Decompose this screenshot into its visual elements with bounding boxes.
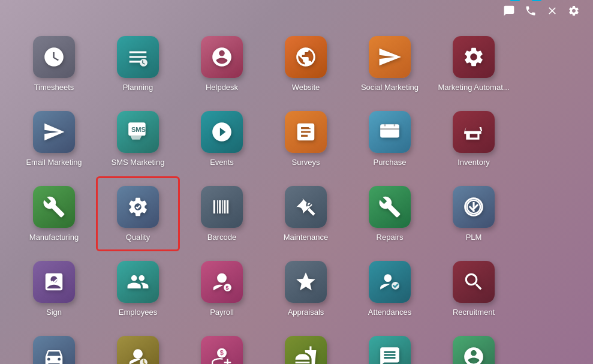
app-icon-employees [117, 261, 159, 303]
app-icon-attendances [369, 261, 411, 303]
app-item-helpdesk[interactable]: Helpdesk [180, 26, 264, 101]
app-label-repairs: Repairs [377, 233, 404, 242]
topbar [0, 0, 593, 22]
app-icon-inventory [453, 111, 495, 153]
app-item-marketing-auto[interactable]: Marketing Automat... [432, 26, 516, 101]
close-icon[interactable] [544, 2, 561, 19]
app-icon-purchase [369, 111, 411, 153]
app-item-appraisals[interactable]: Appraisals [264, 251, 348, 326]
app-item-employees[interactable]: Employees [96, 251, 180, 326]
app-icon-sms-marketing: SMS [117, 111, 159, 153]
app-icon-members [453, 336, 495, 364]
app-icon-time-off [117, 336, 159, 364]
app-label-timesheets: Timesheets [34, 83, 74, 92]
app-item-manufacturing[interactable]: Manufacturing [12, 176, 96, 251]
app-icon-expenses: $ [201, 336, 243, 364]
app-item-maintenance[interactable]: Maintenance [264, 176, 348, 251]
app-icon-surveys [285, 111, 327, 153]
app-item-sms-marketing[interactable]: SMSSMS Marketing [96, 101, 180, 176]
app-item-planning[interactable]: Planning [96, 26, 180, 101]
app-icon-marketing-auto [453, 36, 495, 78]
app-icon-events [201, 111, 243, 153]
app-icon-barcode [201, 186, 243, 228]
app-label-employees: Employees [119, 308, 157, 317]
phone-icon[interactable] [522, 2, 539, 19]
svg-point-0 [140, 59, 148, 67]
svg-rect-3 [380, 124, 399, 137]
chat-icon[interactable] [501, 2, 517, 19]
app-label-purchase: Purchase [374, 158, 407, 167]
app-item-time-off[interactable]: Time Off [96, 326, 180, 364]
app-item-timesheets[interactable]: Timesheets [12, 26, 96, 101]
app-item-recruitment[interactable]: Recruitment [432, 251, 516, 326]
app-label-events: Events [210, 158, 234, 167]
app-icon-manufacturing [33, 186, 75, 228]
app-item-expenses[interactable]: $Expenses [180, 326, 264, 364]
app-label-sms-marketing: SMS Marketing [112, 158, 165, 167]
svg-text:$: $ [225, 284, 229, 291]
app-label-planning: Planning [123, 83, 153, 92]
app-icon-recruitment [453, 261, 495, 303]
app-icon-quality [117, 186, 159, 228]
app-label-appraisals: Appraisals [288, 308, 324, 317]
app-label-maintenance: Maintenance [284, 233, 328, 242]
app-item-lunch[interactable]: Lunch [264, 326, 348, 364]
app-item-social-marketing[interactable]: Social Marketing [348, 26, 432, 101]
app-icon-website [285, 36, 327, 78]
app-icon-live-chat [369, 336, 411, 364]
app-icon-timesheets [33, 36, 75, 78]
app-icon-email-marketing [33, 111, 75, 153]
app-label-manufacturing: Manufacturing [29, 233, 79, 242]
app-icon-plm [453, 186, 495, 228]
app-item-surveys[interactable]: Surveys [264, 101, 348, 176]
app-label-marketing-auto: Marketing Automat... [438, 83, 509, 92]
app-item-purchase[interactable]: Purchase [348, 101, 432, 176]
app-icon-repairs [369, 186, 411, 228]
app-icon-sign [33, 261, 75, 303]
app-label-website: Website [292, 83, 320, 92]
app-item-members[interactable]: Members [432, 326, 516, 364]
app-item-plm[interactable]: PLM [432, 176, 516, 251]
app-label-surveys: Surveys [292, 158, 320, 167]
app-label-recruitment: Recruitment [453, 308, 495, 317]
app-label-sign: Sign [46, 308, 62, 317]
app-item-attendances[interactable]: Attendances [348, 251, 432, 326]
svg-text:SMS: SMS [131, 126, 146, 133]
svg-point-10 [133, 349, 143, 359]
app-icon-helpdesk [201, 36, 243, 78]
app-label-payroll: Payroll [210, 308, 234, 317]
app-label-quality: Quality [126, 233, 150, 242]
app-item-quality[interactable]: Quality [96, 176, 180, 251]
apps-grid: TimesheetsPlanningHelpdeskWebsiteSocial … [0, 22, 593, 364]
app-item-barcode[interactable]: Barcode [180, 176, 264, 251]
app-icon-fleet [33, 336, 75, 364]
app-icon-planning [117, 36, 159, 78]
app-item-events[interactable]: Events [180, 101, 264, 176]
app-icon-appraisals [285, 261, 327, 303]
app-label-plm: PLM [466, 233, 482, 242]
app-label-helpdesk: Helpdesk [206, 83, 238, 92]
app-item-repairs[interactable]: Repairs [348, 176, 432, 251]
app-label-barcode: Barcode [207, 233, 236, 242]
app-icon-maintenance [285, 186, 327, 228]
app-icon-payroll: $ [201, 261, 243, 303]
app-icon-social-marketing [369, 36, 411, 78]
app-icon-lunch [285, 336, 327, 364]
app-label-attendances: Attendances [368, 308, 411, 317]
settings-icon[interactable] [565, 2, 582, 19]
app-item-live-chat[interactable]: Live Chat [348, 326, 432, 364]
svg-text:$: $ [220, 349, 224, 356]
chat-badge [510, 0, 520, 1]
app-item-fleet[interactable]: Fleet [12, 326, 96, 364]
app-item-payroll[interactable]: $Payroll [180, 251, 264, 326]
app-label-social-marketing: Social Marketing [361, 83, 419, 92]
app-item-inventory[interactable]: Inventory [432, 101, 516, 176]
app-item-sign[interactable]: Sign [12, 251, 96, 326]
svg-point-8 [384, 274, 392, 282]
app-item-email-marketing[interactable]: Email Marketing [12, 101, 96, 176]
app-label-email-marketing: Email Marketing [26, 158, 82, 167]
app-label-inventory: Inventory [457, 158, 489, 167]
app-item-website[interactable]: Website [264, 26, 348, 101]
phone-badge [532, 0, 541, 1]
